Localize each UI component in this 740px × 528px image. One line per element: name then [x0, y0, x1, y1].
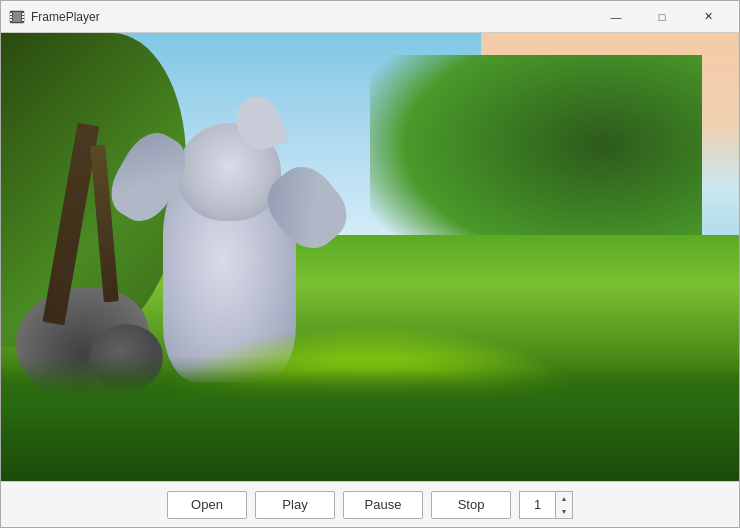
svg-rect-3: [10, 19, 12, 21]
maximize-button[interactable]: □: [639, 1, 685, 33]
grass-foreground: [1, 369, 739, 481]
frame-counter: ▲ ▼: [519, 491, 573, 519]
video-area: [1, 33, 739, 481]
frame-input[interactable]: [519, 491, 555, 519]
svg-rect-6: [22, 19, 24, 21]
play-button[interactable]: Play: [255, 491, 335, 519]
scene: [1, 33, 739, 481]
spinner-up-button[interactable]: ▲: [556, 492, 572, 505]
spinner-down-button[interactable]: ▼: [556, 505, 572, 518]
app-icon: [9, 9, 25, 25]
title-bar-controls: — □ ✕: [593, 1, 731, 33]
svg-rect-1: [10, 13, 12, 15]
svg-rect-5: [22, 16, 24, 18]
title-bar: FramePlayer — □ ✕: [1, 1, 739, 33]
video-canvas: [1, 33, 739, 481]
stop-button[interactable]: Stop: [431, 491, 511, 519]
svg-rect-7: [13, 12, 21, 22]
toolbar: Open Play Pause Stop ▲ ▼: [1, 481, 739, 527]
pause-button[interactable]: Pause: [343, 491, 423, 519]
close-button[interactable]: ✕: [685, 1, 731, 33]
title-bar-left: FramePlayer: [9, 9, 100, 25]
minimize-button[interactable]: —: [593, 1, 639, 33]
svg-rect-2: [10, 16, 12, 18]
main-window: FramePlayer — □ ✕: [0, 0, 740, 528]
open-button[interactable]: Open: [167, 491, 247, 519]
svg-rect-4: [22, 13, 24, 15]
window-title: FramePlayer: [31, 10, 100, 24]
frame-spinner[interactable]: ▲ ▼: [555, 491, 573, 519]
